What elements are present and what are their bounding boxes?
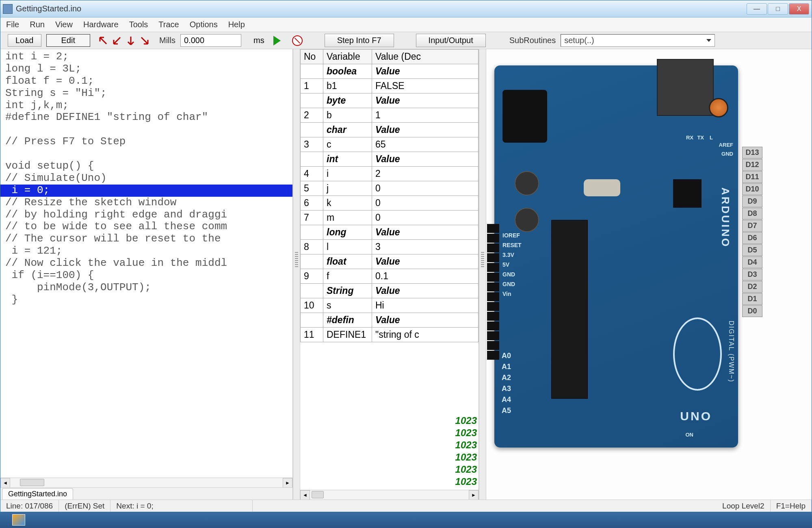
code-line[interactable]: // Simulate(Uno) <box>0 172 292 185</box>
input-output-button[interactable]: Input/Output <box>416 34 486 47</box>
left-pin-header[interactable] <box>487 224 499 360</box>
code-line[interactable]: #define DEFINE1 "string of char" <box>0 111 292 124</box>
arrow-down-icon[interactable] <box>126 36 136 46</box>
code-line[interactable]: i = 0; <box>0 185 292 197</box>
play-icon[interactable] <box>273 36 281 46</box>
code-line[interactable]: int j,k,m; <box>0 100 292 112</box>
status-loop: Loop Level2 <box>717 500 771 512</box>
var-row[interactable]: 11DEFINE1"string of c <box>301 328 479 342</box>
col-value[interactable]: Value (Dec <box>372 50 479 64</box>
subroutines-dropdown[interactable]: setup(..) <box>561 34 715 47</box>
tab-gettingstarted[interactable]: GettingStarted.ino <box>2 488 73 500</box>
digital-pin[interactable]: D2 <box>742 281 762 293</box>
code-line[interactable]: int i = 2; <box>0 51 292 63</box>
load-button[interactable]: Load <box>8 34 41 47</box>
digital-pin[interactable]: D12 <box>742 159 762 171</box>
titlebar[interactable]: GettingStarted.ino — □ X <box>0 0 812 17</box>
digital-pin[interactable]: D13 <box>742 147 762 159</box>
minimize-button[interactable]: — <box>747 3 767 15</box>
splitter-1[interactable] <box>293 49 300 500</box>
stop-icon[interactable] <box>292 35 303 46</box>
variables-table[interactable]: No Variable Value (Dec booleaValue1b1FAL… <box>300 49 479 342</box>
var-row[interactable]: 10sHi <box>301 298 479 313</box>
capacitor-icon <box>515 171 539 196</box>
mills-input[interactable] <box>180 34 241 47</box>
scroll-left-icon[interactable]: ◄ <box>0 478 10 488</box>
arduino-board[interactable]: UNO ARDUINO DIGITAL (PWM~) IOREFRESET3.3… <box>494 65 738 448</box>
digital-pin[interactable]: D5 <box>742 244 762 256</box>
var-row[interactable]: 6k0 <box>301 196 479 211</box>
digital-pin[interactable]: D1 <box>742 293 762 305</box>
taskbar-app-icon[interactable] <box>12 514 25 526</box>
code-line[interactable]: if (i==100) { <box>0 269 292 282</box>
menu-view[interactable]: View <box>55 20 73 29</box>
code-editor[interactable]: int i = 2;long l = 3L;float f = 0.1;Stri… <box>0 49 292 478</box>
var-row[interactable]: 5j0 <box>301 181 479 196</box>
digital-pin[interactable]: D4 <box>742 256 762 268</box>
menu-tools[interactable]: Tools <box>129 20 148 29</box>
digital-pin[interactable]: D9 <box>742 196 762 207</box>
code-line[interactable]: // Press F7 to Step <box>0 136 292 148</box>
code-hscrollbar[interactable]: ◄ ► <box>0 478 292 487</box>
scroll-right-icon[interactable]: ► <box>283 478 292 488</box>
code-line[interactable]: String s = "Hi"; <box>0 87 292 100</box>
code-line[interactable]: // to be wide to see all these comm <box>0 221 292 233</box>
scroll-track[interactable] <box>310 490 469 500</box>
taskbar[interactable] <box>0 512 812 528</box>
vars-hscrollbar[interactable]: ◄ ► <box>300 490 479 500</box>
analog-reading: 1023 <box>455 476 477 487</box>
var-row[interactable]: 1b1FALSE <box>301 79 479 93</box>
code-line[interactable]: float f = 0.1; <box>0 75 292 87</box>
power-pin-label: 5V <box>502 261 522 268</box>
digital-pin[interactable]: D10 <box>742 183 762 195</box>
code-line[interactable]: // by holding right edge and draggi <box>0 209 292 221</box>
splitter-2[interactable] <box>479 49 486 500</box>
close-button[interactable]: X <box>789 3 809 15</box>
menu-run[interactable]: Run <box>30 20 45 29</box>
var-row[interactable]: 8l3 <box>301 240 479 254</box>
menu-hardware[interactable]: Hardware <box>83 20 119 29</box>
step-into-button[interactable]: Step Into F7 <box>325 34 394 47</box>
digital-pin[interactable]: D11 <box>742 171 762 183</box>
arrow-se-icon[interactable] <box>140 36 149 46</box>
var-row[interactable]: 3c65 <box>301 137 479 152</box>
var-row[interactable]: 9f0.1 <box>301 269 479 284</box>
menu-trace[interactable]: Trace <box>158 20 179 29</box>
arrow-sw-icon[interactable] <box>112 36 122 46</box>
menu-options[interactable]: Options <box>190 20 218 29</box>
var-row[interactable]: 4i2 <box>301 167 479 181</box>
code-line[interactable]: pinMode(3,OUTPUT); <box>0 282 292 294</box>
scroll-track[interactable] <box>10 478 283 487</box>
digital-pin[interactable]: D7 <box>742 220 762 232</box>
code-line[interactable]: i = 121; <box>0 245 292 257</box>
scroll-thumb[interactable] <box>312 491 324 498</box>
code-line[interactable]: // Now click the value in the middl <box>0 257 292 269</box>
col-no[interactable]: No <box>301 50 323 64</box>
code-line[interactable]: } <box>0 294 292 306</box>
var-section-header: booleaValue <box>301 64 479 79</box>
edit-button[interactable]: Edit <box>46 34 90 47</box>
maximize-button[interactable]: □ <box>768 3 788 15</box>
status-next: Next: i = 0; <box>110 500 253 512</box>
digital-pin[interactable]: D0 <box>742 305 762 317</box>
code-line[interactable]: long l = 3L; <box>0 63 292 75</box>
scroll-right-icon[interactable]: ► <box>469 490 479 500</box>
code-line[interactable]: void setup() { <box>0 160 292 172</box>
menu-file[interactable]: File <box>6 20 19 29</box>
var-row[interactable]: 7m0 <box>301 211 479 225</box>
digital-pin[interactable]: D3 <box>742 269 762 280</box>
digital-pin[interactable]: D8 <box>742 208 762 219</box>
reset-button[interactable] <box>709 98 728 117</box>
scroll-thumb[interactable] <box>20 479 44 486</box>
digital-pin[interactable]: D6 <box>742 232 762 244</box>
code-line[interactable]: // The cursor will be reset to the <box>0 233 292 245</box>
var-row[interactable]: 2b1 <box>301 108 479 123</box>
code-line[interactable]: // Resize the sketch window <box>0 197 292 209</box>
arrow-nw-icon[interactable] <box>98 36 108 46</box>
col-variable[interactable]: Variable <box>323 50 372 64</box>
scroll-left-icon[interactable]: ◄ <box>300 490 310 500</box>
code-line[interactable] <box>0 148 292 160</box>
code-line[interactable] <box>0 124 292 136</box>
digital-pins[interactable]: D13D12D11D10D9D8D7D6D5D4D3D2D1D0 <box>742 147 762 317</box>
menu-help[interactable]: Help <box>228 20 245 29</box>
